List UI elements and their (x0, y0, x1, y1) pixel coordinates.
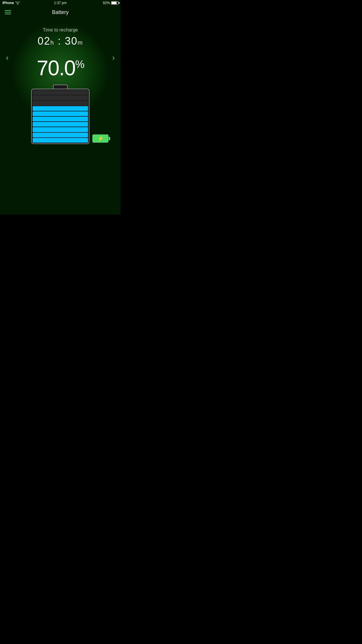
battery-segment (33, 127, 88, 132)
menu-line-2 (5, 12, 11, 13)
bolt-icon: ⚡ (97, 136, 104, 141)
menu-line-3 (5, 14, 11, 14)
recharge-minutes: 30 (65, 35, 78, 47)
battery-nub (53, 85, 68, 89)
status-bar: iPhone 1:37 pm 82% (0, 0, 121, 6)
battery-percentage-display: 70.0% (37, 56, 84, 80)
battery-segment (33, 111, 88, 116)
device-name: iPhone (2, 1, 14, 5)
status-left: iPhone (2, 1, 20, 5)
page-title: Battery (52, 9, 68, 15)
minutes-unit: m (78, 39, 83, 46)
header: Battery (0, 6, 121, 19)
battery-visual-container: ⚡ (31, 89, 89, 144)
battery-segment (33, 133, 88, 137)
wifi-icon (15, 1, 20, 5)
battery-wrapper: ⚡ (31, 89, 89, 144)
battery-segment (33, 106, 88, 111)
status-time: 1:37 pm (54, 1, 66, 5)
screen: iPhone 1:37 pm 82% Battery (0, 0, 121, 215)
recharge-time: 02h : 30m (38, 35, 83, 47)
battery-symbol: % (75, 58, 84, 70)
battery-segment (33, 90, 88, 95)
main-content: ‹ › Time to recharge 02h : 30m 70.0% (0, 19, 121, 215)
menu-line-1 (5, 10, 11, 11)
battery-segments (32, 89, 89, 144)
recharge-label: Time to recharge (38, 27, 83, 33)
nav-arrow-right[interactable]: › (112, 54, 115, 62)
recharge-section: Time to recharge 02h : 30m (38, 27, 83, 47)
charging-icon-wrapper: ⚡ (92, 134, 108, 143)
battery-segment (33, 138, 88, 143)
nav-arrow-left[interactable]: ‹ (6, 54, 8, 62)
charging-badge: ⚡ (92, 134, 108, 143)
battery-status-icon (111, 1, 118, 5)
battery-percentage-status: 82% (103, 1, 110, 5)
hours-unit: h (50, 39, 54, 46)
recharge-separator: : (54, 35, 65, 47)
battery-segment (33, 122, 88, 127)
menu-button[interactable] (5, 10, 11, 14)
battery-body (31, 89, 89, 144)
battery-segment (33, 95, 88, 100)
battery-status-fill (112, 2, 117, 4)
recharge-hours: 02 (38, 35, 50, 47)
battery-segment (33, 101, 88, 105)
battery-value: 70.0 (37, 56, 75, 80)
status-right: 82% (103, 1, 118, 5)
battery-segment (33, 117, 88, 121)
